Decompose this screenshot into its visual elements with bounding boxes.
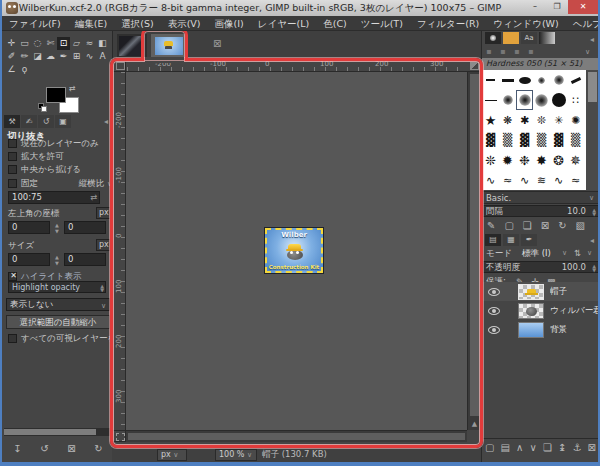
menu-item-6[interactable]: 色(C) — [316, 16, 354, 30]
zoom-tool[interactable]: ϙ — [18, 63, 31, 76]
refresh-brushes-button[interactable]: ↻ — [558, 219, 566, 232]
warp-transform-tool[interactable]: ≈ — [83, 37, 96, 50]
tool-options-hscrollbar[interactable] — [4, 428, 112, 436]
default-colors-button[interactable] — [38, 103, 48, 113]
checkbox-icon[interactable] — [8, 152, 17, 161]
raise-layer-button[interactable]: ∧ — [516, 441, 523, 455]
tab-fonts[interactable]: Aa — [521, 32, 537, 44]
clone-tool[interactable]: ⊞ — [70, 50, 83, 63]
text-tool[interactable]: A — [96, 50, 109, 63]
navigation-button[interactable] — [467, 60, 481, 72]
position-unit-dropdown[interactable]: px — [96, 207, 112, 219]
brush-confetti-dot[interactable]: ∷ — [567, 90, 584, 110]
unified-transform-tool[interactable]: ▱ — [70, 37, 83, 50]
visibility-eye-icon[interactable] — [488, 326, 500, 334]
image-tab-wilberkun[interactable] — [151, 34, 187, 58]
brush-splatter-2[interactable]: ✱ — [516, 110, 533, 130]
filter-icons[interactable]: ▪ ▪ ▪ ▪ — [486, 47, 536, 56]
brush-chalk-1[interactable]: ▓ — [482, 130, 499, 150]
brush-soft-selected[interactable] — [516, 90, 533, 110]
checkbox-checked-icon[interactable] — [8, 272, 17, 281]
vertical-scrollbar[interactable]: ▲ — [467, 72, 481, 430]
tab-undo-history[interactable]: ↺ — [38, 115, 54, 128]
ruler-corner-button[interactable] — [112, 60, 126, 72]
brush-soft-tiny[interactable] — [533, 70, 550, 90]
fixed-mode-dropdown[interactable]: 縦横比 ∨ — [79, 178, 112, 189]
new-layer-button[interactable]: ▢ — [485, 441, 494, 455]
brush-scribble-5[interactable]: ∿ — [550, 170, 567, 190]
brush-scribble-1[interactable]: ∿ — [482, 170, 499, 190]
paintbrush-tool[interactable]: ✐ — [5, 50, 18, 63]
checkbox-icon[interactable] — [8, 165, 17, 174]
menu-item-8[interactable]: フィルター(R) — [410, 16, 486, 30]
menu-item-4[interactable]: 画像(I) — [208, 16, 251, 30]
all-visible-layers-row[interactable]: すべての可視レイヤーを対象 — [8, 333, 112, 344]
auto-shrink-button[interactable]: 選択範囲の自動縮小 — [6, 315, 110, 329]
minimize-button[interactable]: – — [524, 0, 546, 14]
brush-pepper-line[interactable] — [482, 90, 499, 110]
brush-soft-small[interactable] — [499, 90, 516, 110]
size-y-input[interactable]: 0 — [64, 253, 106, 266]
maximize-button[interactable]: ❐ — [546, 0, 568, 14]
crop-tool[interactable]: ⊡ — [57, 37, 70, 50]
menu-item-5[interactable]: レイヤー(L) — [251, 16, 316, 30]
brush-line-medium[interactable] — [499, 70, 516, 90]
brush-calligraphy-dash[interactable] — [567, 70, 584, 90]
unit-dropdown[interactable]: px ∨ — [157, 449, 187, 461]
brush-splatter-5[interactable]: ✺ — [567, 110, 584, 130]
free-select-tool[interactable]: ◌ — [31, 37, 44, 50]
visibility-eye-icon[interactable] — [488, 288, 500, 296]
menu-item-0[interactable]: ファイル(F) — [2, 16, 68, 30]
edit-brush-button[interactable]: ✎ — [487, 219, 495, 232]
brush-hard-round[interactable] — [550, 90, 567, 110]
duplicate-layer-button[interactable]: ❏ — [543, 441, 552, 455]
tab-images[interactable]: ▣ — [55, 115, 71, 128]
brush-group-dropdown[interactable]: Basic.∨ — [482, 191, 599, 204]
brush-texture-5[interactable]: ❂ — [550, 150, 567, 170]
reset-tool-options-button[interactable]: ↻ — [94, 442, 102, 456]
new-layer-group-button[interactable]: ▤ — [501, 441, 510, 455]
horizontal-scrollbar[interactable] — [126, 430, 467, 442]
brush-texture-2[interactable]: ✹ — [499, 150, 516, 170]
new-brush-button[interactable]: ▢ — [504, 219, 513, 232]
checkbox-icon[interactable] — [8, 179, 17, 188]
menu-item-10[interactable]: ヘルプ(H) — [566, 16, 600, 30]
layer-row[interactable]: 背景 — [482, 320, 599, 339]
brush-chalk-5[interactable]: ▓ — [550, 130, 567, 150]
duplicate-brush-button[interactable]: ❏ — [523, 219, 532, 232]
blend-space-icon[interactable]: ⇅ — [574, 247, 581, 260]
position-x-input[interactable]: 0 — [8, 221, 50, 234]
checkbox-icon[interactable] — [8, 139, 17, 148]
brush-scribble-6[interactable]: ≈ — [567, 170, 584, 190]
tab-gradients[interactable] — [539, 32, 555, 44]
brush-texture-1[interactable]: ❊ — [482, 150, 499, 170]
collapse-dock-icon[interactable]: ◂ — [104, 115, 108, 128]
merge-layer-button[interactable]: ↨ — [558, 441, 566, 455]
tab-tool-options[interactable]: ⚒ — [4, 115, 20, 128]
brush-chalk-2[interactable]: ▒ — [499, 130, 516, 150]
mode-dropdown[interactable]: 標準 (I) — [522, 247, 551, 260]
layer-opacity-slider[interactable]: 不透明度 100.0 ▲▼ — [482, 261, 599, 273]
scrollbar-thumb[interactable] — [4, 429, 96, 435]
brush-soft-medium[interactable] — [533, 90, 550, 110]
tab-layers[interactable]: ▤ — [485, 234, 501, 246]
highlight-opacity-slider[interactable]: Highlight opacity ▲▼ — [8, 281, 106, 293]
size-unit-dropdown[interactable]: px — [96, 239, 112, 251]
collapse-dock-icon[interactable]: ◂ — [590, 33, 594, 46]
close-button[interactable]: ✕ — [568, 0, 598, 14]
scrollbar-thumb[interactable] — [128, 433, 465, 440]
quick-mask-button[interactable] — [112, 430, 126, 442]
pencil-tool[interactable]: ✏ — [18, 50, 31, 63]
brush-spacing-slider[interactable]: 間隔 10.0 ▲▼ — [482, 205, 599, 217]
expand-from-center-row[interactable]: 中央から拡げる — [8, 164, 112, 175]
ink-tool[interactable]: ✒ — [57, 50, 70, 63]
brush-chalk-6[interactable]: ▒ — [567, 130, 584, 150]
foreground-color-swatch[interactable] — [46, 87, 66, 103]
swap-colors-icon[interactable]: ⇄ — [69, 84, 76, 93]
fixed-aspect-row[interactable]: 固定 縦横比 ∨ — [8, 178, 112, 189]
layer-row[interactable]: 帽子 — [482, 282, 599, 301]
menu-item-1[interactable]: 編集(E) — [68, 16, 114, 30]
anchor-layer-button[interactable]: ⚓ — [572, 441, 581, 455]
scrollbar-thumb[interactable] — [588, 72, 597, 102]
tab-paths[interactable]: ✒ — [521, 234, 537, 246]
